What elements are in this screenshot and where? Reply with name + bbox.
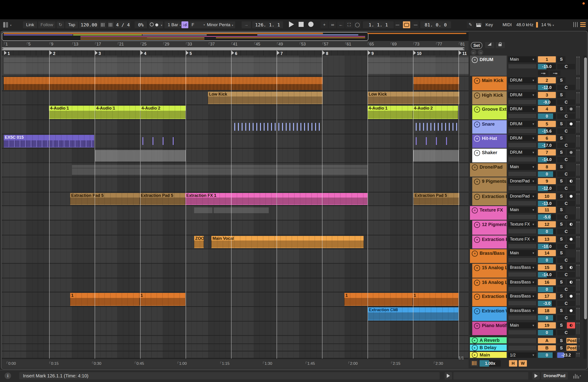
nudge-down-button[interactable] xyxy=(100,21,106,28)
clip[interactable]: EX5C 015 xyxy=(4,135,94,148)
track-sub-field[interactable] xyxy=(508,186,537,191)
track-sub-field[interactable] xyxy=(508,287,537,292)
track-sub-field[interactable] xyxy=(508,315,537,320)
group-fold-icon[interactable]: ≡ xyxy=(472,207,478,213)
track-fold-icon[interactable]: ▾ xyxy=(474,122,480,127)
track-number-badge[interactable]: 12 xyxy=(538,221,556,227)
return-play-icon[interactable]: ▸ xyxy=(472,352,478,358)
return-letter-badge[interactable]: A xyxy=(538,338,556,343)
locator-flag[interactable]: 5 xyxy=(186,51,192,55)
pan-center-button[interactable]: C xyxy=(557,201,575,206)
track-fold-icon[interactable]: ▾ xyxy=(474,265,480,271)
track-header-drone-pad[interactable]: ≡Drone/Pad xyxy=(470,163,507,177)
draw-circle-icon[interactable]: ◯ xyxy=(354,21,361,28)
computer-midi-keyboard-icon[interactable] xyxy=(475,21,482,28)
width-zoom-button[interactable]: W xyxy=(519,360,527,367)
track-fold-icon[interactable]: ▾ xyxy=(474,222,480,228)
solo-button[interactable]: S xyxy=(557,178,566,184)
track-sub-field[interactable] xyxy=(508,201,537,206)
metronome-button[interactable]: ▾ xyxy=(149,21,163,28)
height-zoom-button[interactable]: H xyxy=(509,360,517,367)
lock-envelopes-button[interactable] xyxy=(496,42,505,48)
solo-button[interactable]: S xyxy=(557,207,566,213)
track-number-badge[interactable]: 2 xyxy=(538,77,556,83)
clip[interactable] xyxy=(413,77,459,90)
arrangement-track-row[interactable] xyxy=(2,352,469,359)
track-volume-field[interactable]: 0 xyxy=(538,287,556,292)
arm-indicator[interactable] xyxy=(567,106,575,112)
monitor-play-button[interactable] xyxy=(532,372,540,380)
track-volume-field[interactable]: 0 xyxy=(538,257,556,263)
track-volume-field[interactable]: -15.0 xyxy=(538,64,556,69)
track-fold-icon[interactable]: ▾ xyxy=(474,294,480,300)
arm-indicator[interactable] xyxy=(567,178,575,184)
track-fold-icon[interactable]: ▾ xyxy=(474,280,480,286)
stop-button[interactable] xyxy=(299,21,304,28)
output-routing-selector[interactable]: DRUM▼ xyxy=(508,77,537,83)
locator-flag[interactable]: 8 xyxy=(322,51,328,55)
track-header-texture-fx[interactable]: ≡Texture FX xyxy=(470,206,507,220)
clip[interactable]: 1 xyxy=(413,293,459,306)
arrangement-position-field[interactable]: 126. 1. 1 xyxy=(252,21,283,28)
browser-toggle-icon[interactable] xyxy=(580,22,586,27)
info-icon[interactable]: i xyxy=(5,373,11,379)
clip[interactable]: Main Vocal xyxy=(211,236,364,248)
locator-flag[interactable]: 3 xyxy=(95,51,101,55)
clip[interactable]: 1 xyxy=(139,293,185,306)
pan-center-button[interactable]: C xyxy=(557,257,575,263)
pan-center-button[interactable]: C xyxy=(557,171,575,177)
clip[interactable]: Extraction Pad 5 xyxy=(413,193,459,205)
track-sub-field[interactable] xyxy=(508,244,537,249)
solo-button[interactable]: S xyxy=(557,77,566,83)
solo-button[interactable]: S xyxy=(557,236,566,242)
output-routing-selector[interactable]: DRUM▼ xyxy=(508,149,537,155)
track-volume-field[interactable]: -14.0 xyxy=(538,157,556,162)
arm-indicator[interactable] xyxy=(567,121,575,127)
track-header-extraction-wi[interactable]: ▾Extraction Wi xyxy=(472,307,507,321)
track-volume-field[interactable]: -13.0 xyxy=(538,201,556,206)
clip[interactable]: Extraction Pad 5 xyxy=(70,193,140,205)
track-header-brass-bass[interactable]: ≡Brass/Bass xyxy=(470,249,507,263)
output-routing-selector[interactable]: Texture FX▼ xyxy=(508,221,537,227)
clip[interactable]: 4-Audio 2 xyxy=(140,106,186,119)
clip[interactable]: 1 xyxy=(70,293,139,306)
solo-button[interactable]: S xyxy=(557,149,566,155)
track-number-badge[interactable]: 19 xyxy=(538,322,556,328)
arrangement-track-row[interactable] xyxy=(2,177,469,192)
solo-button[interactable]: S xyxy=(557,135,566,141)
track-header-high-kick[interactable]: ▾High Kick xyxy=(472,91,507,105)
solo-button[interactable]: S xyxy=(557,279,566,285)
track-fold-icon[interactable]: ▾ xyxy=(474,93,480,99)
arrangement-track-row[interactable] xyxy=(2,149,469,163)
solo-button[interactable]: S xyxy=(557,308,566,314)
solo-button[interactable]: S xyxy=(557,56,566,63)
clip[interactable]: 4-Audio 1 xyxy=(368,106,413,119)
track-sub-field[interactable] xyxy=(508,229,537,234)
track-sub-field[interactable] xyxy=(508,272,537,277)
arm-indicator[interactable] xyxy=(567,308,575,314)
midi-notes-clip[interactable] xyxy=(142,137,179,145)
track-header-snare[interactable]: ▾Snare xyxy=(472,120,507,134)
pan-center-button[interactable]: C xyxy=(557,100,575,105)
track-header-drum[interactable]: ≡DRUM xyxy=(470,56,507,76)
group-fold-icon[interactable]: ≡ xyxy=(472,165,478,170)
output-routing-selector[interactable]: Main▼ xyxy=(508,56,537,63)
solo-button[interactable]: S xyxy=(557,338,566,343)
punch-out-button[interactable] xyxy=(411,21,419,28)
arm-indicator[interactable] xyxy=(567,293,575,299)
loop-start-field[interactable]: 1. 1. 1 xyxy=(363,21,394,28)
re-enable-automation-icon[interactable]: ∞ xyxy=(329,21,336,28)
solo-button[interactable]: S xyxy=(557,264,566,271)
link-button[interactable]: Link xyxy=(23,21,37,28)
track-sub-field[interactable] xyxy=(508,113,537,119)
session-record-icon[interactable]: ⛶ xyxy=(345,21,353,28)
arrangement-position-arrow-icon[interactable]: → xyxy=(242,21,251,28)
groove-amount-field[interactable]: 0% xyxy=(135,21,147,28)
solo-button[interactable]: S xyxy=(557,221,566,227)
track-header-main-kick[interactable]: ▾Main Kick xyxy=(472,77,507,90)
output-routing-selector[interactable]: Drone/Pad▼ xyxy=(508,193,537,199)
midi-notes-clip[interactable] xyxy=(416,137,451,145)
arrangement-tracks[interactable]: Low KickLow Kick4-Audio 14-Audio 14-Audi… xyxy=(2,56,469,359)
solo-button[interactable]: S xyxy=(557,322,566,328)
pan-center-button[interactable]: C xyxy=(557,301,575,306)
